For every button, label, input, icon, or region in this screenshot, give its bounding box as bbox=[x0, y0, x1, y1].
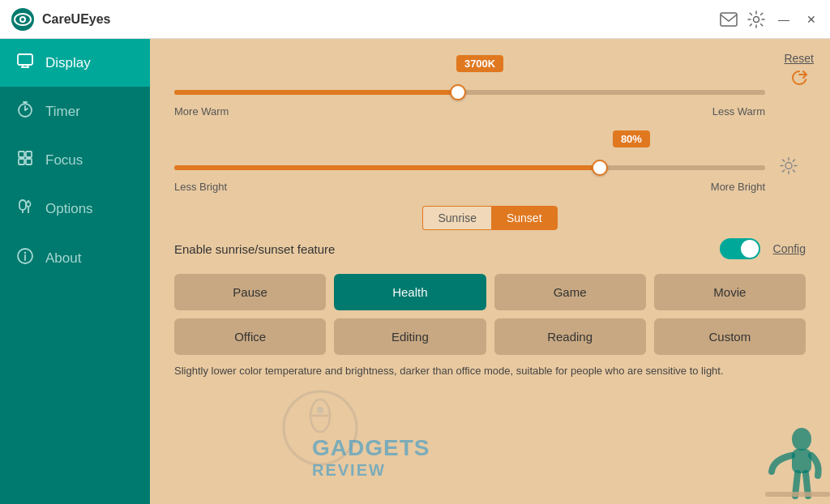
app-logo bbox=[10, 6, 36, 32]
sidebar-item-focus[interactable]: Focus bbox=[0, 136, 150, 184]
brightness-slider-track[interactable] bbox=[174, 158, 765, 177]
brightness-badge: 80% bbox=[613, 130, 650, 147]
preset-editing[interactable]: Editing bbox=[334, 318, 486, 355]
svg-rect-39 bbox=[792, 449, 811, 473]
svg-line-31 bbox=[793, 170, 794, 172]
window-controls: — ✕ bbox=[720, 11, 820, 28]
temperature-label-right: Less Warm bbox=[712, 105, 765, 117]
svg-point-25 bbox=[785, 163, 792, 169]
svg-rect-15 bbox=[26, 152, 32, 157]
svg-rect-4 bbox=[721, 13, 737, 26]
svg-point-38 bbox=[792, 428, 811, 451]
minimize-button[interactable]: — bbox=[775, 11, 793, 28]
sidebar-item-display[interactable]: Display bbox=[0, 39, 150, 87]
preset-movie[interactable]: Movie bbox=[654, 274, 806, 310]
config-link[interactable]: Config bbox=[773, 242, 806, 255]
focus-icon bbox=[16, 151, 34, 169]
presets-grid: Pause Health Game Movie Office Editing R… bbox=[174, 274, 806, 355]
mail-icon[interactable] bbox=[720, 11, 738, 28]
preset-office[interactable]: Office bbox=[174, 318, 326, 355]
sunset-tab[interactable]: Sunset bbox=[491, 206, 558, 230]
preset-game[interactable]: Game bbox=[494, 274, 646, 310]
temperature-badge-container: 3700K bbox=[174, 55, 806, 78]
sidebar: Display Timer Fo bbox=[0, 39, 150, 504]
temperature-label-left: More Warm bbox=[174, 105, 229, 117]
feature-label: Enable sunrise/sunset feature bbox=[174, 242, 720, 256]
svg-rect-42 bbox=[765, 492, 830, 497]
gadgets-review-watermark: GADGETS REVIEW bbox=[312, 435, 430, 480]
temperature-badge: 3700K bbox=[456, 55, 503, 72]
toggle-knob bbox=[741, 240, 759, 258]
svg-point-34 bbox=[284, 391, 357, 464]
sidebar-options-label: Options bbox=[45, 201, 93, 217]
svg-line-32 bbox=[793, 160, 794, 161]
temperature-labels: More Warm Less Warm bbox=[174, 105, 765, 117]
decorative-figure bbox=[757, 415, 830, 504]
brightness-track[interactable] bbox=[174, 165, 765, 170]
sunrise-tab[interactable]: Sunrise bbox=[422, 206, 490, 230]
sidebar-display-label: Display bbox=[45, 55, 91, 71]
sidebar-item-options[interactable]: Options bbox=[0, 184, 150, 233]
svg-rect-6 bbox=[18, 54, 32, 65]
svg-line-41 bbox=[806, 473, 808, 496]
svg-line-30 bbox=[783, 160, 785, 161]
brightness-badge-container: 80% bbox=[174, 130, 806, 153]
sidebar-item-about[interactable]: About bbox=[0, 233, 150, 283]
timer-icon bbox=[16, 101, 34, 122]
brightness-labels: Less Bright More Bright bbox=[174, 181, 765, 193]
close-button[interactable]: ✕ bbox=[802, 11, 820, 28]
sidebar-focus-label: Focus bbox=[45, 152, 83, 169]
svg-point-5 bbox=[754, 16, 759, 22]
svg-rect-14 bbox=[19, 152, 24, 157]
app-title: CareUEyes bbox=[42, 12, 720, 27]
preset-custom[interactable]: Custom bbox=[654, 318, 806, 355]
display-icon bbox=[16, 53, 34, 72]
preset-pause[interactable]: Pause bbox=[174, 274, 326, 310]
svg-rect-17 bbox=[26, 159, 32, 164]
feature-toggle[interactable] bbox=[720, 238, 760, 259]
svg-line-40 bbox=[795, 473, 798, 496]
temperature-fill bbox=[174, 90, 458, 95]
brightness-label-right: More Bright bbox=[711, 181, 765, 193]
svg-line-33 bbox=[783, 170, 785, 172]
svg-point-3 bbox=[21, 18, 24, 21]
feature-row: Enable sunrise/sunset feature Config bbox=[174, 238, 806, 259]
brightness-label-left: Less Bright bbox=[174, 181, 227, 193]
watermark bbox=[280, 387, 361, 472]
titlebar: CareUEyes — ✕ bbox=[0, 0, 830, 39]
svg-rect-16 bbox=[19, 159, 24, 164]
description-text: Slightly lower color temperature and bri… bbox=[174, 363, 806, 379]
content-area: Reset 3700K More Warm bbox=[150, 39, 830, 504]
sidebar-timer-label: Timer bbox=[45, 104, 80, 120]
temperature-slider-track[interactable] bbox=[174, 83, 765, 102]
about-icon bbox=[16, 248, 34, 268]
sun-tabs: Sunrise Sunset bbox=[174, 206, 806, 230]
brightness-fill bbox=[174, 165, 600, 170]
svg-rect-18 bbox=[19, 200, 26, 210]
sidebar-about-label: About bbox=[45, 250, 81, 267]
sidebar-item-timer[interactable]: Timer bbox=[0, 87, 150, 136]
options-icon bbox=[16, 199, 34, 219]
temperature-thumb[interactable] bbox=[450, 84, 466, 100]
preset-reading[interactable]: Reading bbox=[494, 318, 646, 355]
brightness-slider-section: 80% bbox=[174, 130, 806, 193]
settings-icon[interactable] bbox=[747, 11, 765, 28]
temperature-track[interactable] bbox=[174, 90, 765, 95]
preset-health[interactable]: Health bbox=[334, 274, 486, 310]
brightness-thumb[interactable] bbox=[592, 160, 608, 176]
svg-point-37 bbox=[317, 407, 323, 413]
svg-point-35 bbox=[310, 399, 330, 432]
temperature-slider-section: 3700K More Warm Less Warm bbox=[174, 55, 806, 117]
brightness-icon bbox=[780, 157, 798, 179]
main-layout: Display Timer Fo bbox=[0, 39, 830, 504]
svg-point-24 bbox=[24, 252, 26, 254]
